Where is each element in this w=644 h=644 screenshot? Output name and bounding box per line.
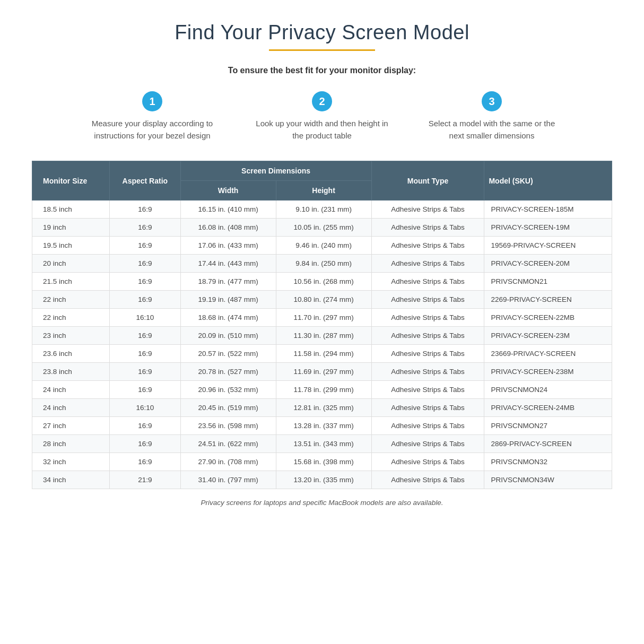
- cell-monitor: 21.5 inch: [32, 273, 110, 291]
- cell-height: 11.58 in. (294 mm): [276, 345, 371, 363]
- cell-monitor: 23.6 inch: [32, 345, 110, 363]
- cell-mount: Adhesive Strips & Tabs: [371, 291, 484, 309]
- cell-mount: Adhesive Strips & Tabs: [371, 309, 484, 327]
- cell-sku: PRIVACY-SCREEN-22MB: [484, 309, 612, 327]
- cell-width: 20.09 in. (510 mm): [180, 327, 276, 345]
- cell-height: 10.56 in. (268 mm): [276, 273, 371, 291]
- cell-sku: PRIVSCNMON24: [484, 381, 612, 399]
- cell-width: 17.44 in. (443 mm): [180, 255, 276, 273]
- cell-width: 17.06 in. (433 mm): [180, 237, 276, 255]
- cell-monitor: 19 inch: [32, 219, 110, 237]
- cell-mount: Adhesive Strips & Tabs: [371, 435, 484, 453]
- cell-aspect: 16:9: [110, 435, 180, 453]
- cell-sku: PRIVACY-SCREEN-23M: [484, 327, 612, 345]
- step-3-text: Select a model with the same or the next…: [423, 118, 561, 142]
- cell-height: 12.81 in. (325 mm): [276, 399, 371, 417]
- th-width: Width: [180, 181, 276, 201]
- cell-height: 13.20 in. (335 mm): [276, 471, 371, 489]
- cell-height: 11.78 in. (299 mm): [276, 381, 371, 399]
- table-row: 19.5 inch16:917.06 in. (433 mm)9.46 in. …: [32, 237, 612, 255]
- step-3-circle: 3: [482, 91, 502, 111]
- th-aspect-ratio: Aspect Ratio: [110, 161, 180, 201]
- cell-width: 18.79 in. (477 mm): [180, 273, 276, 291]
- cell-height: 11.30 in. (287 mm): [276, 327, 371, 345]
- title-underline: [269, 49, 375, 51]
- cell-aspect: 16:9: [110, 219, 180, 237]
- step-3: 3 Select a model with the same or the ne…: [423, 91, 561, 142]
- cell-width: 24.51 in. (622 mm): [180, 435, 276, 453]
- footer-note: Privacy screens for laptops and specific…: [32, 499, 612, 507]
- product-table: Monitor Size Aspect Ratio Screen Dimensi…: [32, 161, 612, 489]
- cell-aspect: 16:9: [110, 381, 180, 399]
- cell-mount: Adhesive Strips & Tabs: [371, 327, 484, 345]
- cell-mount: Adhesive Strips & Tabs: [371, 471, 484, 489]
- steps-row: 1 Measure your display according to inst…: [32, 91, 612, 142]
- cell-sku: 2269-PRIVACY-SCREEN: [484, 291, 612, 309]
- cell-aspect: 16:10: [110, 399, 180, 417]
- th-height: Height: [276, 181, 371, 201]
- table-row: 24 inch16:920.96 in. (532 mm)11.78 in. (…: [32, 381, 612, 399]
- cell-aspect: 16:9: [110, 345, 180, 363]
- cell-aspect: 16:9: [110, 255, 180, 273]
- step-1: 1 Measure your display according to inst…: [83, 91, 221, 142]
- cell-aspect: 21:9: [110, 471, 180, 489]
- cell-width: 23.56 in. (598 mm): [180, 417, 276, 435]
- cell-mount: Adhesive Strips & Tabs: [371, 201, 484, 219]
- cell-width: 20.78 in. (527 mm): [180, 363, 276, 381]
- table-row: 34 inch21:931.40 in. (797 mm)13.20 in. (…: [32, 471, 612, 489]
- table-row: 21.5 inch16:918.79 in. (477 mm)10.56 in.…: [32, 273, 612, 291]
- cell-height: 9.10 in. (231 mm): [276, 201, 371, 219]
- table-row: 32 inch16:927.90 in. (708 mm)15.68 in. (…: [32, 453, 612, 471]
- cell-height: 13.51 in. (343 mm): [276, 435, 371, 453]
- cell-sku: PRIVSCNMON34W: [484, 471, 612, 489]
- step-1-text: Measure your display according to instru…: [83, 118, 221, 142]
- table-row: 22 inch16:919.19 in. (487 mm)10.80 in. (…: [32, 291, 612, 309]
- cell-mount: Adhesive Strips & Tabs: [371, 345, 484, 363]
- cell-aspect: 16:9: [110, 237, 180, 255]
- cell-width: 19.19 in. (487 mm): [180, 291, 276, 309]
- table-row: 19 inch16:916.08 in. (408 mm)10.05 in. (…: [32, 219, 612, 237]
- cell-aspect: 16:9: [110, 273, 180, 291]
- cell-sku: PRIVACY-SCREEN-185M: [484, 201, 612, 219]
- cell-width: 16.08 in. (408 mm): [180, 219, 276, 237]
- cell-mount: Adhesive Strips & Tabs: [371, 399, 484, 417]
- cell-monitor: 27 inch: [32, 417, 110, 435]
- table-row: 20 inch16:917.44 in. (443 mm)9.84 in. (2…: [32, 255, 612, 273]
- cell-width: 20.96 in. (532 mm): [180, 381, 276, 399]
- cell-mount: Adhesive Strips & Tabs: [371, 273, 484, 291]
- cell-monitor: 24 inch: [32, 399, 110, 417]
- table-row: 27 inch16:923.56 in. (598 mm)13.28 in. (…: [32, 417, 612, 435]
- cell-sku: PRIVACY-SCREEN-19M: [484, 219, 612, 237]
- cell-sku: 23669-PRIVACY-SCREEN: [484, 345, 612, 363]
- cell-sku: PRIVSCNMON21: [484, 273, 612, 291]
- cell-monitor: 20 inch: [32, 255, 110, 273]
- cell-height: 11.69 in. (297 mm): [276, 363, 371, 381]
- cell-monitor: 22 inch: [32, 309, 110, 327]
- table-row: 24 inch16:1020.45 in. (519 mm)12.81 in. …: [32, 399, 612, 417]
- cell-sku: PRIVSCNMON32: [484, 453, 612, 471]
- cell-width: 16.15 in. (410 mm): [180, 201, 276, 219]
- cell-width: 20.45 in. (519 mm): [180, 399, 276, 417]
- table-row: 23.6 inch16:920.57 in. (522 mm)11.58 in.…: [32, 345, 612, 363]
- cell-monitor: 24 inch: [32, 381, 110, 399]
- step-2: 2 Look up your width and then height in …: [253, 91, 391, 142]
- cell-mount: Adhesive Strips & Tabs: [371, 219, 484, 237]
- cell-sku: PRIVSCNMON27: [484, 417, 612, 435]
- table-row: 23 inch16:920.09 in. (510 mm)11.30 in. (…: [32, 327, 612, 345]
- step-2-text: Look up your width and then height in th…: [253, 118, 391, 142]
- cell-width: 27.90 in. (708 mm): [180, 453, 276, 471]
- subtitle: To ensure the best fit for your monitor …: [32, 66, 612, 75]
- cell-monitor: 19.5 inch: [32, 237, 110, 255]
- cell-monitor: 28 inch: [32, 435, 110, 453]
- cell-monitor: 23.8 inch: [32, 363, 110, 381]
- cell-height: 15.68 in. (398 mm): [276, 453, 371, 471]
- cell-aspect: 16:9: [110, 417, 180, 435]
- cell-height: 10.80 in. (274 mm): [276, 291, 371, 309]
- cell-aspect: 16:10: [110, 309, 180, 327]
- step-1-circle: 1: [142, 91, 162, 111]
- th-mount-type: Mount Type: [371, 161, 484, 201]
- cell-monitor: 18.5 inch: [32, 201, 110, 219]
- th-monitor-size: Monitor Size: [32, 161, 110, 201]
- cell-monitor: 34 inch: [32, 471, 110, 489]
- cell-width: 18.68 in. (474 mm): [180, 309, 276, 327]
